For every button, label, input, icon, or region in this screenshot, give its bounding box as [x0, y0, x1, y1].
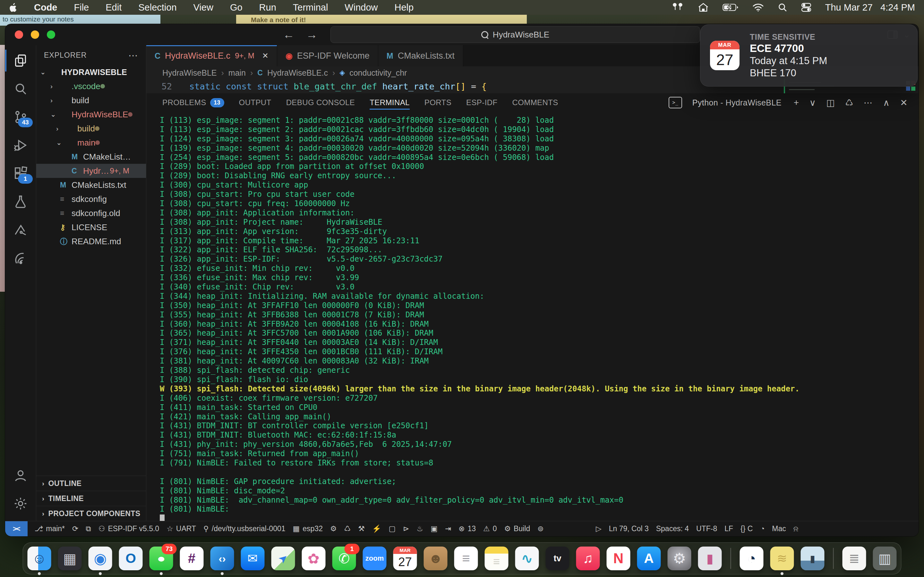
stickies[interactable]: ≋ — [771, 546, 794, 570]
news[interactable]: N — [607, 546, 630, 570]
sidebar-section[interactable]: › OUTLINE — [36, 476, 146, 491]
activity-testing[interactable] — [5, 187, 36, 216]
encoding[interactable]: UTF-8 — [696, 524, 717, 533]
settings-button[interactable] — [5, 490, 36, 518]
breadcrumb-symbol[interactable]: conductivity_chr — [349, 68, 407, 77]
spotlight-search-icon[interactable] — [778, 3, 787, 12]
photos[interactable]: ✿ — [302, 546, 326, 570]
home-icon[interactable] — [698, 2, 709, 13]
uart-flash-method[interactable]: ☆ UART — [166, 524, 196, 533]
control-center-icon[interactable] — [801, 3, 812, 12]
language-mode[interactable]: {} C — [740, 524, 753, 533]
panel-tab-ports[interactable]: PORTS — [425, 93, 451, 112]
bug-report[interactable]: ⊚ — [537, 524, 543, 533]
menu-item[interactable]: Go — [230, 2, 242, 13]
menu-item[interactable]: View — [194, 2, 213, 13]
recent-document[interactable]: ≣ — [843, 546, 866, 570]
kill-terminal-button[interactable]: ♺ — [845, 97, 853, 108]
trash[interactable]: ▥ — [873, 546, 897, 570]
menu-item[interactable]: Edit — [105, 2, 121, 13]
menu-bar-clock[interactable]: Thu Mar 27 4:24 PM — [825, 2, 915, 13]
close-tab-icon[interactable]: ✕ — [262, 51, 268, 60]
menu-item[interactable]: Help — [395, 2, 414, 13]
music[interactable]: ♫ — [576, 546, 600, 570]
zoom-window-button[interactable] — [47, 31, 55, 39]
activity-extensions[interactable]: 1 — [5, 159, 36, 187]
platform[interactable]: Mac — [772, 524, 786, 533]
flash-device[interactable]: ⚡ — [372, 524, 381, 533]
contacts[interactable]: ☻ — [424, 546, 447, 570]
freeform[interactable]: ∿ — [515, 546, 539, 570]
git-sync[interactable]: ⟳ — [72, 524, 78, 533]
launchpad[interactable]: ▦ — [58, 546, 82, 570]
facetime[interactable]: 1 ✆ — [333, 546, 356, 570]
apple-menu-icon[interactable] — [9, 3, 17, 12]
folder-main[interactable]: ⌄ main — [36, 135, 146, 150]
full-clean[interactable]: ♺ — [344, 524, 351, 533]
mail[interactable]: ✉ — [241, 546, 265, 570]
indentation[interactable]: Spaces: 4 — [656, 524, 689, 533]
cursor-position[interactable]: Ln 79, Col 3 — [609, 524, 649, 533]
build-task[interactable]: ⚙ Build — [504, 524, 530, 533]
system-settings[interactable]: ⚙ — [668, 546, 691, 570]
debug-device[interactable]: ⊳ — [403, 524, 409, 533]
folder-inner-build[interactable]: › build — [36, 121, 146, 135]
apple-tv[interactable]: tv — [546, 546, 569, 570]
minimized-window-preview[interactable]: ▮ — [801, 546, 825, 570]
panel-tab-output[interactable]: OUTPUT — [239, 93, 271, 112]
menu-item[interactable]: Selection — [138, 2, 176, 13]
airpods-icon[interactable] — [671, 2, 684, 13]
maximize-panel-button[interactable]: ∧ — [883, 97, 890, 108]
breadcrumb-file[interactable]: HydraWiseBLE.c — [267, 68, 328, 77]
panel-more-actions[interactable]: ⋯ — [864, 97, 873, 108]
calendar[interactable]: MAR 27 — [393, 546, 417, 570]
file-cmakelists-root[interactable]: M CMakeLists.txt — [36, 178, 146, 192]
circular-logo-app[interactable]: ◔ — [740, 546, 764, 570]
dock-separator-2[interactable] — [833, 548, 834, 569]
file-hydrawiseble-c[interactable]: C HydraWi... 9+, M — [36, 164, 146, 178]
activity-esp-idf-explorer[interactable] — [5, 216, 36, 244]
serial-port[interactable]: ⚲ /dev/tty.usbserial-0001 — [204, 524, 286, 533]
split-terminal-button[interactable]: ◫ — [826, 97, 835, 108]
messages[interactable]: 73 ● — [150, 546, 173, 570]
folder-hydrawiseble[interactable]: ⌄ HydraWiseBLE — [36, 107, 146, 121]
navigate-back-button[interactable]: ← — [283, 28, 294, 41]
dock-separator-1[interactable] — [730, 548, 731, 569]
reminders[interactable]: ≡ — [454, 546, 478, 570]
build-wrench[interactable]: ⚒ — [358, 524, 365, 533]
panel-tab-problems[interactable]: PROBLEMS 13 — [162, 93, 224, 112]
file-license[interactable]: ⚷ LICENSE — [36, 220, 146, 234]
panel-tab-debug-console[interactable]: DEBUG CONSOLE — [286, 93, 355, 112]
menu-item[interactable]: Code — [34, 2, 57, 13]
command-center-search[interactable]: HydraWiseBLE — [330, 26, 700, 43]
minimize-window-button[interactable] — [31, 31, 39, 39]
account-button[interactable] — [5, 461, 36, 490]
activity-espressif[interactable] — [5, 244, 36, 272]
copilot[interactable]: ◔ — [760, 524, 764, 533]
maps[interactable]: ➤ — [271, 546, 295, 570]
battery-icon[interactable] — [722, 3, 738, 11]
folder-vscode[interactable]: › .vscode — [36, 79, 146, 93]
problems-warnings[interactable]: ⚠ 0 — [483, 524, 497, 533]
select-flash-method[interactable]: ⇥ — [445, 524, 451, 533]
navigate-forward-button[interactable]: → — [306, 28, 318, 41]
panel-tab-comments[interactable]: COMMENTS — [512, 93, 558, 112]
vscode[interactable]: ‹› — [210, 546, 234, 570]
sdk-configuration[interactable]: ⚙ — [330, 524, 337, 533]
folder-build[interactable]: › build — [36, 93, 146, 107]
tab-hydrawiseble-c[interactable]: C HydraWiseBLE.c 9+, M ✕ — [146, 45, 277, 66]
problems-errors[interactable]: ⊗ 13 — [459, 524, 476, 533]
app-store[interactable]: A — [637, 546, 661, 570]
close-panel-button[interactable]: ✕ — [900, 97, 908, 108]
notifications-bell[interactable]: ⍾ — [793, 524, 798, 533]
workspace-root[interactable]: ⌄ HYDRAWISEBLE — [36, 65, 146, 79]
breadcrumb-folder[interactable]: main — [228, 68, 246, 77]
sidebar-section[interactable]: › TIMELINE — [36, 491, 146, 506]
safari[interactable]: ◉ — [89, 546, 112, 570]
new-terminal-button[interactable]: + — [794, 97, 799, 108]
terminal-profile-dropdown[interactable]: ∨ — [809, 97, 816, 108]
file-sdkconfig-old[interactable]: ≡ sdkconfig.old — [36, 206, 146, 220]
terminal-output[interactable]: I (113) esp_image: segment 1: paddr=0002… — [146, 112, 919, 521]
run-code[interactable]: ▷ — [596, 524, 602, 533]
activity-source-control[interactable]: 43 — [5, 103, 36, 131]
